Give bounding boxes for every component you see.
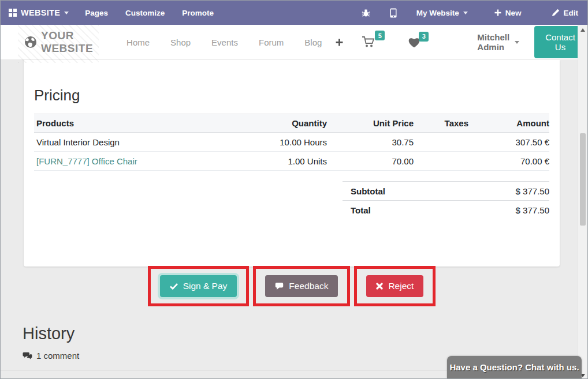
website-app-label: WEBSITE bbox=[21, 8, 60, 17]
comments-icon bbox=[23, 352, 32, 360]
new-button[interactable]: New bbox=[494, 9, 522, 17]
speech-bubble-icon bbox=[275, 282, 284, 290]
header-products: Products bbox=[34, 114, 225, 132]
plus-icon bbox=[494, 9, 501, 16]
sign-and-pay-label: Sign & Pay bbox=[183, 281, 228, 291]
reject-label: Reject bbox=[388, 281, 414, 291]
mobile-preview-icon[interactable] bbox=[390, 8, 397, 18]
subtotal-value: $ 377.50 bbox=[516, 186, 549, 196]
product-amount: 307.50 € bbox=[473, 133, 549, 151]
table-row: Virtual Interior Design 10.00 Hours 30.7… bbox=[34, 133, 549, 152]
product-taxes bbox=[418, 138, 473, 146]
wishlist-button[interactable]: 3 bbox=[408, 37, 420, 48]
new-label: New bbox=[505, 9, 522, 17]
vertical-scrollbar[interactable] bbox=[578, 25, 587, 379]
header-amount: Amount bbox=[473, 114, 549, 132]
topbar-item-pages[interactable]: Pages bbox=[85, 9, 108, 17]
scrollbar-thumb[interactable] bbox=[580, 133, 586, 226]
quotation-card: Pricing Products Quantity Unit Price Tax… bbox=[24, 60, 560, 267]
total-value: $ 377.50 bbox=[516, 205, 549, 215]
wishlist-count-badge: 3 bbox=[419, 32, 429, 42]
livechat-label: Have a Question? Chat with us. bbox=[449, 362, 579, 372]
website-navbar: YOUR WEBSITE Home Shop Events Forum Blog… bbox=[1, 25, 587, 60]
nav-item-home[interactable]: Home bbox=[126, 37, 150, 47]
pricing-table: Products Quantity Unit Price Taxes Amoun… bbox=[34, 114, 549, 171]
debug-bug-icon[interactable] bbox=[362, 9, 370, 17]
cart-count-badge: 5 bbox=[375, 31, 385, 40]
cart-button[interactable]: 5 bbox=[362, 36, 377, 48]
header-quantity: Quantity bbox=[225, 114, 332, 132]
product-quantity: 1.00 Units bbox=[225, 152, 332, 170]
scroll-up-arrow-icon[interactable] bbox=[580, 28, 585, 32]
feedback-label: Feedback bbox=[289, 281, 328, 291]
x-icon bbox=[376, 283, 383, 290]
reject-button[interactable]: Reject bbox=[366, 275, 423, 297]
edit-button[interactable]: Edit bbox=[552, 9, 579, 17]
product-taxes bbox=[418, 157, 473, 165]
subtotal-label: Subtotal bbox=[351, 186, 385, 196]
nav-item-events[interactable]: Events bbox=[211, 37, 238, 47]
user-account-menu[interactable]: Mitchell Admin bbox=[477, 32, 519, 52]
comment-count-row: 1 comment bbox=[23, 351, 79, 361]
site-logo-text: YOUR WEBSITE bbox=[41, 29, 93, 55]
check-icon bbox=[170, 283, 178, 290]
totals-table: Subtotal $ 377.50 Total $ 377.50 bbox=[343, 181, 549, 219]
annotation-box-sign-pay: Sign & Pay bbox=[148, 266, 250, 306]
livechat-widget[interactable]: Have a Question? Chat with us. bbox=[447, 356, 582, 378]
topbar-right-group: My Website New Edit bbox=[362, 8, 578, 18]
nav-item-forum[interactable]: Forum bbox=[259, 37, 284, 47]
header-unit-price: Unit Price bbox=[332, 114, 418, 132]
annotation-box-feedback: Feedback bbox=[253, 266, 350, 306]
my-website-label: My Website bbox=[416, 9, 459, 17]
comment-count-label: 1 comment bbox=[36, 351, 79, 361]
pencil-icon bbox=[552, 9, 560, 17]
header-taxes: Taxes bbox=[418, 114, 473, 132]
sign-and-pay-button[interactable]: Sign & Pay bbox=[160, 275, 237, 297]
topbar-item-customize[interactable]: Customize bbox=[125, 9, 165, 17]
annotation-box-reject: Reject bbox=[354, 266, 436, 306]
topbar-item-promote[interactable]: Promote bbox=[182, 9, 214, 17]
page-content: Pricing Products Quantity Unit Price Tax… bbox=[1, 60, 587, 379]
chevron-down-icon bbox=[64, 12, 69, 14]
my-website-menu[interactable]: My Website bbox=[416, 9, 468, 17]
website-app-menu[interactable]: WEBSITE bbox=[9, 8, 69, 17]
add-page-plus-icon[interactable] bbox=[336, 39, 343, 46]
total-label: Total bbox=[351, 205, 371, 215]
table-row: [FURN_7777] Office Chair 1.00 Units 70.0… bbox=[34, 152, 549, 171]
pricing-table-header: Products Quantity Unit Price Taxes Amoun… bbox=[34, 114, 549, 133]
topbar-left-group: WEBSITE Pages Customize Promote bbox=[9, 8, 214, 17]
edit-label: Edit bbox=[564, 9, 579, 17]
nav-menu: Home Shop Events Forum Blog 5 3 bbox=[116, 36, 433, 48]
browser-viewport: WEBSITE Pages Customize Promote My Websi… bbox=[0, 0, 588, 379]
product-name-link[interactable]: [FURN_7777] Office Chair bbox=[34, 152, 225, 170]
nav-item-shop[interactable]: Shop bbox=[170, 37, 191, 47]
site-logo[interactable]: YOUR WEBSITE bbox=[18, 21, 99, 63]
quotation-actions: Sign & Pay Feedback Reject bbox=[24, 266, 560, 306]
product-name: Virtual Interior Design bbox=[34, 133, 225, 151]
total-row: Total $ 377.50 bbox=[343, 200, 549, 219]
product-unit-price: 30.75 bbox=[332, 133, 418, 151]
grid-icon bbox=[9, 9, 17, 17]
history-title: History bbox=[23, 324, 75, 343]
admin-topbar: WEBSITE Pages Customize Promote My Websi… bbox=[1, 1, 587, 25]
product-amount: 70.00 € bbox=[473, 152, 549, 170]
product-quantity: 10.00 Hours bbox=[225, 133, 332, 151]
pricing-title: Pricing bbox=[34, 87, 549, 104]
subtotal-row: Subtotal $ 377.50 bbox=[343, 181, 549, 200]
globe-icon bbox=[24, 35, 38, 49]
feedback-button[interactable]: Feedback bbox=[265, 275, 338, 297]
product-unit-price: 70.00 bbox=[332, 152, 418, 170]
chevron-down-icon bbox=[463, 12, 468, 14]
nav-item-blog[interactable]: Blog bbox=[304, 37, 322, 47]
user-name: Mitchell Admin bbox=[477, 32, 509, 52]
chevron-down-icon bbox=[515, 41, 519, 44]
